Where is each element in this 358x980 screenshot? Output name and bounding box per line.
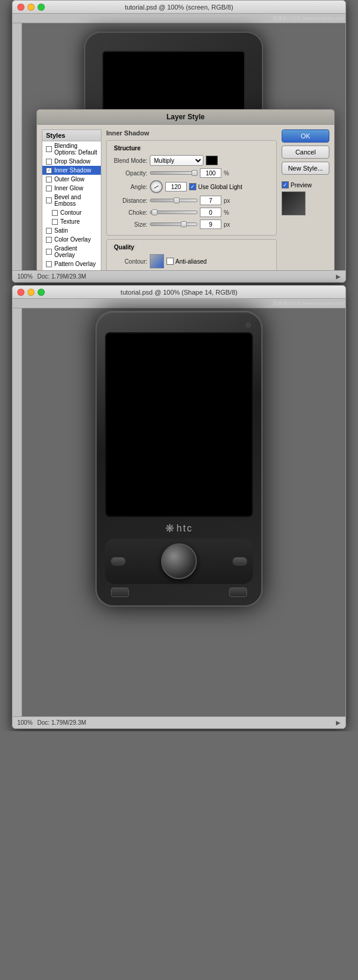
soft-key-right[interactable] — [229, 588, 247, 597]
contour-preview[interactable] — [150, 254, 164, 268]
phone-screen-full — [105, 332, 253, 517]
blend-color-swatch[interactable] — [206, 156, 218, 165]
titlebar-1: tutorial.psd @ 100% (screen, RGB/8) — [13, 1, 345, 14]
window-title-2: tutorial.psd @ 100% (Shape 14, RGB/8) — [121, 289, 237, 296]
styles-item-stroke[interactable]: Stroke — [42, 268, 101, 270]
global-light-checkbox[interactable]: ✓ — [189, 183, 196, 190]
choke-slider[interactable] — [150, 211, 197, 214]
checkbox-blending[interactable] — [46, 146, 52, 152]
opacity-input[interactable] — [200, 168, 221, 178]
checkbox-contour[interactable] — [52, 210, 58, 216]
doc-info-1: Doc: 1.79M/29.3M — [38, 273, 87, 280]
traffic-lights-2[interactable] — [17, 289, 45, 296]
canvas-area-2: ❋ htc 思缘设计论坛 www.missyuan.com — [13, 299, 345, 716]
status-bar-1: 100% Doc: 1.79M/29.3M ▶ — [13, 270, 345, 282]
ruler-side-2 — [13, 308, 22, 716]
minimize-button-2[interactable] — [27, 289, 35, 296]
close-button-2[interactable] — [17, 289, 24, 296]
blend-mode-select[interactable]: Multiply — [150, 155, 203, 166]
status-bar-2: 100% Doc: 1.79M/29.3M ▶ — [13, 716, 345, 728]
styles-item-outer-glow[interactable]: Outer Glow — [42, 175, 101, 184]
styles-item-inner-glow[interactable]: Inner Glow — [42, 184, 101, 193]
styles-item-drop-shadow[interactable]: Drop Shadow — [42, 157, 101, 166]
distance-slider[interactable] — [150, 199, 197, 202]
styles-item-texture[interactable]: Texture — [42, 217, 101, 226]
minimize-button[interactable] — [27, 4, 35, 11]
layer-style-dialog: Layer Style Styles Blending Options: Def… — [36, 109, 335, 270]
checkbox-gradient-overlay[interactable] — [46, 249, 52, 255]
window-title-1: tutorial.psd @ 100% (screen, RGB/8) — [125, 4, 233, 11]
distance-label: Distance: — [112, 197, 147, 204]
styles-item-gradient-overlay[interactable]: Gradient Overlay — [42, 244, 101, 259]
doc-info-2: Doc: 1.79M/29.3M — [38, 719, 87, 726]
styles-item-color-overlay[interactable]: Color Overlay — [42, 235, 101, 244]
status-arrow-1: ▶ — [336, 273, 341, 280]
opacity-label: Opacity: — [112, 170, 147, 177]
styles-item-blending[interactable]: Blending Options: Default — [42, 141, 101, 157]
maximize-button-2[interactable] — [38, 289, 45, 296]
canvas-area-1: Layer Style Styles Blending Options: Def… — [13, 14, 345, 270]
checkbox-outer-glow[interactable] — [46, 177, 52, 183]
use-global-light-label: ✓ Use Global Light — [189, 183, 242, 190]
choke-input[interactable] — [200, 208, 221, 217]
traffic-lights-1[interactable] — [17, 4, 45, 11]
phone-body-full: ❋ htc — [95, 311, 263, 607]
preview-text: Preview — [291, 182, 312, 188]
size-row: Size: px — [112, 220, 271, 229]
checkbox-stroke[interactable] — [46, 270, 52, 271]
checkbox-bevel-emboss[interactable] — [46, 197, 52, 203]
styles-item-inner-shadow[interactable]: ✓ Inner Shadow — [42, 166, 101, 175]
size-label: Size: — [112, 221, 147, 228]
zoom-level-1: 100% — [17, 273, 33, 280]
angle-dial[interactable] — [150, 180, 163, 193]
anti-aliased-checkbox[interactable] — [166, 258, 174, 265]
structure-section: Structure Blend Mode: Multiply — [106, 140, 277, 236]
size-unit: px — [224, 221, 230, 228]
styles-item-bevel-emboss[interactable]: Bevel and Emboss — [42, 193, 101, 208]
maximize-button[interactable] — [38, 4, 45, 11]
choke-label: Choke: — [112, 209, 147, 216]
htc-text: htc — [177, 523, 193, 534]
quality-label: Quality — [112, 244, 137, 251]
styles-item-satin[interactable]: Satin — [42, 226, 101, 235]
checkbox-color-overlay[interactable] — [46, 237, 52, 243]
blend-mode-label: Blend Mode: — [112, 157, 147, 164]
ruler-side — [13, 23, 22, 270]
contour-row: Contour: Anti-aliased — [112, 254, 271, 268]
dialog-body: Styles Blending Options: Default Drop Sh… — [37, 125, 334, 270]
ok-button[interactable]: OK — [282, 129, 329, 143]
checkbox-satin[interactable] — [46, 228, 52, 234]
choke-row: Choke: % — [112, 208, 271, 217]
opacity-slider[interactable] — [150, 171, 197, 175]
checkbox-inner-shadow[interactable]: ✓ — [46, 168, 52, 174]
angle-input[interactable] — [165, 182, 187, 191]
angle-label: Angle: — [112, 184, 147, 190]
window-2: tutorial.psd @ 100% (Shape 14, RGB/8) ❋ … — [12, 285, 346, 729]
structure-label: Structure — [112, 145, 143, 152]
new-style-button[interactable]: New Style... — [282, 162, 329, 175]
phone-top-light — [246, 323, 251, 327]
checkbox-drop-shadow[interactable] — [46, 159, 52, 165]
nav-scroll-wheel[interactable] — [161, 543, 197, 579]
anti-aliased-text: Anti-aliased — [175, 258, 206, 265]
bottom-nav-row — [105, 588, 253, 597]
soft-key-left[interactable] — [111, 588, 129, 597]
styles-item-pattern-overlay[interactable]: Pattern Overlay — [42, 259, 101, 268]
close-button[interactable] — [17, 4, 24, 11]
checkbox-inner-glow[interactable] — [46, 186, 52, 191]
buttons-panel: OK Cancel New Style... ✓ Preview — [282, 129, 329, 270]
checkbox-pattern-overlay[interactable] — [46, 261, 52, 267]
size-input[interactable] — [200, 220, 221, 229]
choke-unit: % — [224, 209, 229, 216]
size-slider[interactable] — [150, 222, 197, 226]
htc-logo-symbol: ❋ — [165, 522, 174, 535]
distance-input[interactable] — [200, 196, 221, 205]
nav-back-button[interactable] — [233, 557, 247, 565]
main-panel: Inner Shadow Structure Blend Mode: Multi… — [106, 129, 277, 270]
phone-nav-bar — [105, 539, 253, 584]
preview-checkbox[interactable]: ✓ — [282, 181, 289, 188]
checkbox-texture[interactable] — [52, 219, 58, 225]
cancel-button[interactable]: Cancel — [282, 146, 329, 159]
nav-home-button[interactable] — [111, 557, 125, 565]
styles-item-contour[interactable]: Contour — [42, 208, 101, 217]
